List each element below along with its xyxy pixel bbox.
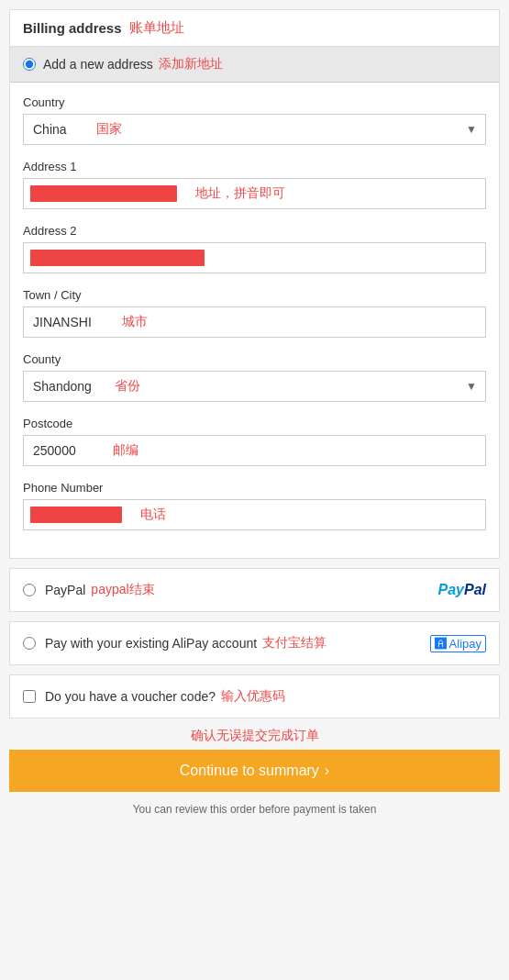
paypal-cn: paypal结束 [91, 582, 437, 598]
postcode-group: Postcode 邮编 [23, 417, 486, 466]
voucher-section: Do you have a voucher code? 输入优惠码 [9, 674, 500, 718]
add-address-label: Add a new address [43, 57, 153, 72]
address1-group: Address 1 地址，拼音即可 [23, 160, 486, 209]
phone-label: Phone Number [23, 481, 486, 495]
form-body: Country China ▼ 国家 Address 1 地址，拼音即可 [10, 83, 499, 558]
address2-label: Address 2 [23, 224, 486, 238]
postcode-input[interactable] [23, 435, 486, 466]
paypal-label: PayPal [45, 583, 85, 597]
add-address-bar[interactable]: Add a new address 添加新地址 [10, 47, 499, 83]
town-city-group: Town / City 城市 [23, 288, 486, 338]
address2-wrapper [23, 242, 486, 273]
review-text: You can review this order before payment… [9, 796, 500, 823]
billing-address-title: Billing address [23, 20, 122, 36]
add-address-radio[interactable] [23, 58, 36, 71]
postcode-label: Postcode [23, 417, 486, 430]
continue-arrow-icon: › [325, 763, 329, 779]
paypal-payment-option[interactable]: PayPal paypal结束 PayPal [9, 568, 500, 612]
alipay-cn: 支付宝结算 [262, 635, 430, 651]
phone-wrapper: 电话 [23, 499, 486, 530]
billing-address-cn: 账单地址 [129, 19, 184, 37]
alipay-radio[interactable] [23, 637, 36, 650]
country-group: Country China ▼ 国家 [23, 95, 486, 145]
alipay-label: Pay with your existing AliPay account [45, 636, 257, 651]
continue-button-text: Continue to summary [180, 763, 319, 779]
country-label: Country [23, 95, 486, 109]
country-select-wrapper: China ▼ 国家 [23, 114, 486, 145]
continue-button[interactable]: Continue to summary › [9, 750, 500, 792]
phone-input[interactable] [23, 499, 486, 530]
address1-label: Address 1 [23, 160, 486, 173]
continue-section: 确认无误提交完成订单 Continue to summary › You can… [9, 728, 500, 823]
address1-input[interactable] [23, 178, 486, 209]
address1-wrapper: 地址，拼音即可 [23, 178, 486, 209]
county-label: County [23, 352, 486, 366]
address2-group: Address 2 [23, 224, 486, 273]
paypal-logo: PayPal [438, 582, 486, 598]
voucher-text: Do you have a voucher code? [45, 689, 216, 704]
billing-header: Billing address 账单地址 [10, 10, 499, 47]
add-address-cn: 添加新地址 [159, 56, 223, 72]
voucher-cn: 输入优惠码 [221, 688, 285, 705]
alipay-payment-option[interactable]: Pay with your existing AliPay account 支付… [9, 621, 500, 665]
paypal-radio[interactable] [23, 584, 36, 596]
town-city-label: Town / City [23, 288, 486, 302]
phone-group: Phone Number 电话 [23, 481, 486, 530]
town-city-input[interactable] [23, 306, 486, 338]
county-group: County Shandong ▼ 省份 [23, 352, 486, 402]
billing-section: Billing address 账单地址 Add a new address 添… [9, 9, 500, 559]
address2-input[interactable] [23, 242, 486, 273]
town-city-wrapper: 城市 [23, 306, 486, 338]
page-wrapper: Billing address 账单地址 Add a new address 添… [0, 9, 509, 823]
county-select-wrapper: Shandong ▼ 省份 [23, 371, 486, 402]
country-select[interactable]: China [23, 114, 486, 145]
alipay-logo: 🅰 Alipay [430, 636, 486, 651]
voucher-checkbox[interactable] [23, 690, 36, 703]
postcode-wrapper: 邮编 [23, 435, 486, 466]
continue-cn-label: 确认无误提交完成订单 [9, 728, 500, 744]
county-select[interactable]: Shandong [23, 371, 486, 402]
